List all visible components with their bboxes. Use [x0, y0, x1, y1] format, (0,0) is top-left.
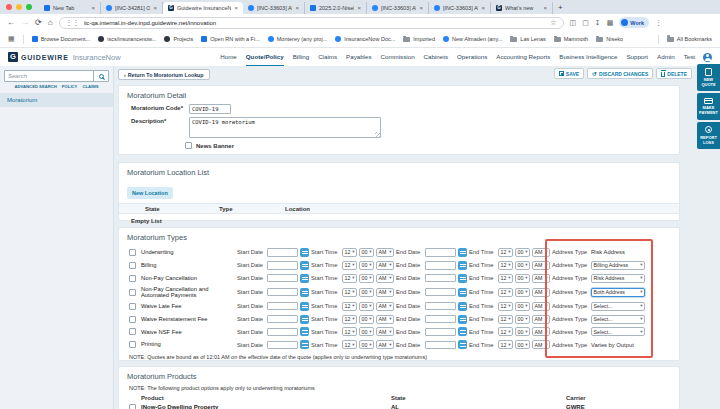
end-meridiem-select[interactable]: AM▾ — [532, 302, 550, 311]
back-icon[interactable]: ← — [7, 19, 15, 27]
end-minute-select[interactable]: 00▾ — [515, 327, 530, 336]
start-date-input[interactable] — [267, 288, 298, 297]
sidebar-item-moratorium[interactable]: Moratorium — [0, 93, 113, 107]
calendar-icon[interactable] — [458, 274, 467, 283]
start-date-input[interactable] — [267, 341, 298, 350]
tab-close-icon[interactable]: × — [153, 5, 157, 11]
end-date-input[interactable] — [425, 341, 456, 350]
user-avatar-icon[interactable] — [703, 53, 712, 62]
close-window-icon[interactable] — [6, 4, 12, 10]
delete-button[interactable]: DELETE — [656, 68, 692, 79]
end-date-input[interactable] — [425, 248, 456, 257]
calendar-icon[interactable] — [300, 340, 309, 349]
start-hour-select[interactable]: 12▾ — [342, 315, 357, 324]
address-type-select[interactable]: Select...▾ — [591, 315, 645, 324]
start-minute-select[interactable]: 00▾ — [359, 327, 374, 336]
start-hour-select[interactable]: 12▾ — [342, 288, 357, 297]
moratorium-code-input[interactable]: COVID-19 — [189, 104, 231, 114]
browser-tab[interactable]: [INC-33603] Ability t× — [429, 2, 491, 14]
end-minute-select[interactable]: 00▾ — [515, 340, 530, 349]
type-checkbox[interactable] — [129, 262, 136, 269]
calendar-icon[interactable] — [458, 261, 467, 270]
search-input[interactable]: Search — [5, 71, 93, 81]
browser-tab[interactable]: [INC-33603] Ability t× — [367, 2, 429, 14]
end-meridiem-select[interactable]: AM▾ — [532, 327, 550, 336]
end-hour-select[interactable]: 12▾ — [498, 340, 513, 349]
bookmark-item[interactable]: Imported — [403, 36, 435, 42]
address-bar[interactable]: ⋮⋮ iic-qa.internal.in-dev.inpd.guidewire… — [59, 17, 564, 29]
start-meridiem-select[interactable]: AM▾ — [376, 248, 394, 257]
start-hour-select[interactable]: 12▾ — [342, 340, 357, 349]
end-minute-select[interactable]: 00▾ — [515, 274, 530, 283]
address-type-select[interactable]: Select...▾ — [591, 327, 645, 336]
bookmark-item[interactable]: Projects — [164, 36, 193, 42]
link-advanced-search[interactable]: ADVANCED SEARCH — [15, 84, 57, 89]
start-date-input[interactable] — [267, 328, 298, 337]
link-claims[interactable]: CLAIMS — [82, 84, 98, 89]
end-meridiem-select[interactable]: AM▾ — [532, 315, 550, 324]
start-minute-select[interactable]: 00▾ — [359, 261, 374, 270]
link-policy[interactable]: POLICY — [62, 84, 78, 89]
browser-tab[interactable]: GGuidewire InsuranceN× — [163, 2, 243, 14]
end-date-input[interactable] — [425, 261, 456, 270]
bookmark-item[interactable]: Mammoth — [554, 36, 588, 42]
end-meridiem-select[interactable]: AM▾ — [532, 274, 550, 283]
end-meridiem-select[interactable]: AM▾ — [532, 261, 550, 270]
start-date-input[interactable] — [267, 261, 298, 270]
end-hour-select[interactable]: 12▾ — [498, 274, 513, 283]
end-hour-select[interactable]: 12▾ — [498, 327, 513, 336]
browser-tab[interactable]: New Tab× — [39, 2, 101, 14]
report-loss-button[interactable]: REPORTLOSS — [697, 122, 720, 149]
tab-close-icon[interactable]: × — [295, 5, 299, 11]
calendar-icon[interactable] — [458, 302, 467, 311]
start-minute-select[interactable]: 00▾ — [359, 315, 374, 324]
type-checkbox[interactable] — [129, 289, 136, 296]
nav-item-business-intelligence[interactable]: Business Intelligence — [559, 48, 617, 66]
end-hour-select[interactable]: 12▾ — [498, 248, 513, 257]
product-checkbox[interactable] — [129, 404, 136, 409]
start-date-input[interactable] — [267, 315, 298, 324]
start-meridiem-select[interactable]: AM▾ — [376, 340, 394, 349]
end-date-input[interactable] — [425, 302, 456, 311]
description-textarea[interactable]: COVID-19 moratorium — [189, 117, 381, 138]
calendar-icon[interactable] — [458, 288, 467, 297]
tab-close-icon[interactable]: × — [357, 5, 361, 11]
bookmark-item[interactable]: Las Lenas — [510, 36, 545, 42]
start-hour-select[interactable]: 12▾ — [342, 274, 357, 283]
return-to-moratorium-lookup-button[interactable]: ‹ Return To Moratorium Lookup — [118, 69, 210, 80]
calendar-icon[interactable] — [300, 302, 309, 311]
nav-item-cabinets[interactable]: Cabinets — [424, 48, 448, 66]
address-type-select[interactable]: Both Address▾ — [591, 288, 645, 297]
type-checkbox[interactable] — [129, 316, 136, 323]
start-meridiem-select[interactable]: AM▾ — [376, 327, 394, 336]
start-date-input[interactable] — [267, 248, 298, 257]
address-type-select[interactable]: Select...▾ — [591, 302, 645, 311]
end-date-input[interactable] — [425, 328, 456, 337]
start-meridiem-select[interactable]: AM▾ — [376, 315, 394, 324]
browser-tab[interactable]: 2025.2.0-Niseko-Ins× — [305, 2, 367, 14]
start-minute-select[interactable]: 00▾ — [359, 302, 374, 311]
calendar-icon[interactable] — [458, 340, 467, 349]
extension-icon[interactable]: ▩ — [607, 19, 614, 26]
news-banner-checkbox[interactable] — [185, 142, 192, 149]
discard-changes-button[interactable]: ↺ DISCARD CHANGES — [587, 68, 653, 79]
start-minute-select[interactable]: 00▾ — [359, 340, 374, 349]
minimize-window-icon[interactable] — [16, 4, 22, 10]
nav-item-quote-policy[interactable]: Quote/Policy — [246, 48, 284, 66]
start-minute-select[interactable]: 00▾ — [359, 248, 374, 257]
bookmark-star-icon[interactable]: ☆ — [550, 19, 556, 26]
nav-item-commission[interactable]: Commission — [381, 48, 415, 66]
start-hour-select[interactable]: 12▾ — [342, 248, 357, 257]
end-hour-select[interactable]: 12▾ — [498, 288, 513, 297]
end-date-input[interactable] — [425, 274, 456, 283]
tab-close-icon[interactable]: × — [481, 5, 485, 11]
bookmark-item[interactable]: Niseko — [596, 36, 623, 42]
end-meridiem-select[interactable]: AM▾ — [532, 340, 550, 349]
start-meridiem-select[interactable]: AM▾ — [376, 288, 394, 297]
bookmark-item[interactable]: InsuranceNow Doc... — [335, 36, 395, 42]
calendar-icon[interactable] — [300, 288, 309, 297]
start-minute-select[interactable]: 00▾ — [359, 274, 374, 283]
tab-close-icon[interactable]: × — [91, 5, 95, 11]
profile-chip[interactable]: Work — [619, 17, 649, 28]
tab-close-icon[interactable]: × — [543, 5, 547, 11]
